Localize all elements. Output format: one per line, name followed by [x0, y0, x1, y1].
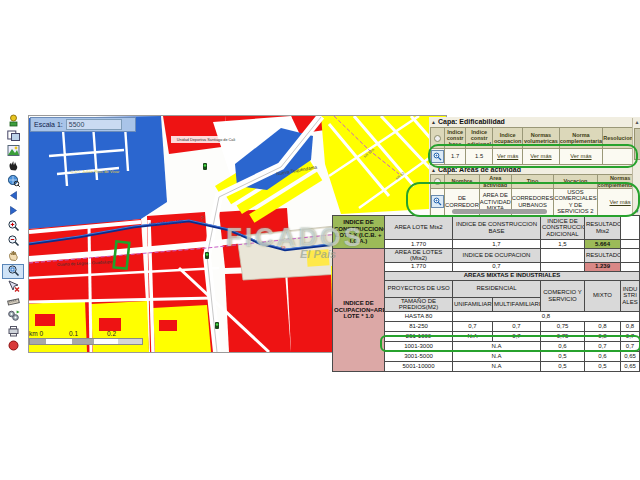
layer-header-edificabilidad[interactable]: ▲ Capa: Edificabilidad [431, 117, 505, 126]
scroll-down-icon[interactable]: ▼ [633, 207, 640, 215]
edificabilidad-table: Indice constr base Indice constr adicion… [430, 127, 640, 165]
header-tamano: TAMAÑO DE PREDIOS(M2) [385, 297, 453, 311]
row-value: 0,6 [585, 351, 621, 361]
row-value: N.A [453, 351, 541, 361]
row-value: 0,7 [621, 331, 640, 341]
zoom-to-feature-button[interactable] [431, 150, 444, 163]
row-label: 3001-5000 [385, 351, 453, 361]
header-mixto: MIXTO [585, 280, 621, 311]
col-header: Normas volumetricas [523, 128, 559, 149]
ver-mas-link[interactable]: Ver más [497, 153, 518, 159]
layer-header-areas-actividad[interactable]: ▲ Capa: Areas de actividad [431, 165, 521, 174]
row-value: 0,5 [541, 351, 585, 361]
value-area-lote: 1.770 [385, 240, 453, 249]
header-area-lotes: AREA DE LOTES (Mts2) [385, 249, 453, 263]
row-value: 0,8 [621, 321, 640, 331]
row-value: 0,7 [621, 341, 640, 351]
scalebar-bar [29, 338, 143, 345]
value-indice-ocupacion: 0,7 [453, 262, 541, 271]
scalebar-tick-2: 0.2 [107, 330, 116, 337]
collapse-icon: ▲ [431, 167, 436, 173]
header-industriales: INDUSTRIALES [621, 280, 640, 311]
formula-ocupacion-cell: INDICE DE OCUPACION=AREA LOTE * 1.0 [333, 249, 385, 372]
ver-mas-link[interactable]: Ver más [570, 153, 591, 159]
scalebar-tick-1: 0.1 [69, 330, 107, 337]
scale-label: Escala 1: [31, 121, 66, 128]
collapse-icon: ▲ [431, 119, 436, 125]
value-ica: 1,5 [541, 240, 585, 249]
stop-button[interactable] [2, 339, 24, 354]
row-value: N.A [453, 331, 493, 341]
row-value: 0,8 [585, 331, 621, 341]
header-residencial: RESIDENCIAL [453, 280, 541, 297]
scrollbar-thumb[interactable] [452, 209, 547, 214]
row-value: 0,7 [453, 321, 493, 331]
horizontal-scrollbar[interactable] [430, 209, 630, 215]
row-value: 0,7 [493, 331, 541, 341]
header-ica: INDICE DE CONSTRUCCION ADICIONAL [541, 216, 585, 240]
row-value: 0,65 [621, 351, 640, 361]
col-header: Indice ocupacion [493, 128, 523, 149]
scalebar: km 0 0.1 0.2 [29, 330, 149, 345]
header-icb: INDICE DE CONSTRUCCION BASE [453, 216, 541, 240]
header-unifamiliares: UNIFAMILIARES [453, 297, 493, 311]
top-area-label: Unidad Deportiva Santiago de Cali [177, 138, 235, 142]
ver-mas-link[interactable]: Ver más [609, 199, 630, 205]
row-label: 1001-3000 [385, 341, 453, 351]
ver-mas-link[interactable]: Ver más [530, 153, 551, 159]
col-header: Area actividad [479, 175, 511, 189]
band-areas-mixtas: AREAS MIXTAS E INDUSTRIALES [385, 271, 640, 280]
row-selector-icon [434, 178, 441, 185]
row-value: 0,75 [541, 331, 585, 341]
row-value: N.A [453, 341, 541, 351]
value-area-lotes: 1.770 [385, 262, 453, 271]
row-label: 5001-10000 [385, 361, 453, 371]
row-label: 251-1000 [385, 331, 453, 341]
cell-indice-adicional: 1.5 [466, 149, 493, 165]
col-header: Indice constr adicional [466, 128, 493, 149]
row-label: HASTA 80 [385, 311, 453, 321]
row-value: 0,7 [585, 341, 621, 351]
scalebar-zero: km 0 [29, 330, 69, 337]
scrollbar-thumb[interactable] [634, 128, 640, 160]
header-proyectos: PROYECTOS DE USO [385, 280, 453, 297]
header-resultado-mts2: RESULTADO Mts2 [585, 216, 621, 240]
red-circle-icon [7, 338, 20, 356]
col-header: Nombre [445, 175, 480, 189]
row-value: 0,7 [493, 321, 541, 331]
row-value: 0,5 [585, 361, 621, 371]
header-multifamiliares: MULTIFAMILIARES [493, 297, 541, 311]
value-resultado-ocupacion: 1.239 [585, 262, 621, 271]
row-value: 0,6 [541, 341, 585, 351]
water-area-label: C.D.I. Julián Ríos de Vivar [70, 169, 120, 174]
zoom-to-feature-button[interactable] [431, 195, 444, 208]
row-value: N.A [453, 361, 541, 371]
header-indice-ocupacion: INDICE DE OCUPACION [453, 249, 541, 263]
formula-construccion-cell: INDICE DE CONSTRUCCION=AREA LOTE X (I.C.… [333, 216, 385, 249]
col-header: Norma complementaria [559, 128, 603, 149]
street-label-3: CL 5 [200, 216, 204, 224]
layer-title: Capa: Areas de actividad [438, 166, 521, 173]
header-comercio: COMERCIO Y SERVICIO [541, 280, 585, 311]
scale-box: Escala 1: 5500 [30, 117, 136, 132]
col-header: Tipo [511, 175, 554, 189]
row-selector-icon [434, 135, 441, 142]
row-value: 0,8 [585, 321, 621, 331]
vertical-scrollbar[interactable]: ▲ ▼ [632, 118, 640, 215]
scroll-up-icon[interactable]: ▲ [633, 118, 640, 126]
parcel-number-label: 19 [281, 245, 286, 250]
map-toolbar [2, 114, 26, 354]
row-value: 0,75 [541, 321, 585, 331]
layer-title: Capa: Edificabilidad [438, 118, 505, 125]
value-resultado-construccion: 5.664 [585, 240, 621, 249]
row-value: 0,65 [621, 361, 640, 371]
normativity-table: INDICE DE CONSTRUCCION=AREA LOTE X (I.C.… [332, 215, 640, 372]
row-value: 0,5 [541, 361, 585, 371]
header-area-lote: AREA LOTE Mts2 [385, 216, 453, 240]
cell-indice-base: 1.7 [445, 149, 466, 165]
scale-input[interactable]: 5500 [66, 119, 122, 130]
header-resultado: RESULTADO [585, 249, 621, 263]
col-header: Indice constr base [445, 128, 466, 149]
layers-info-panel: ▲ Capa: Edificabilidad Indice constr bas… [429, 117, 640, 217]
row-label: 81-250 [385, 321, 453, 331]
